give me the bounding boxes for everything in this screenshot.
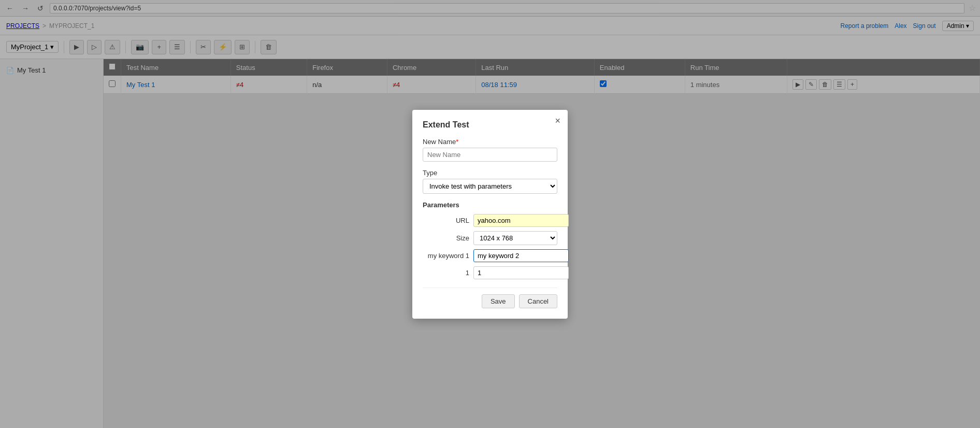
extend-test-modal: Extend Test × New Name* Type Invoke test…	[412, 110, 568, 319]
new-name-label: New Name*	[423, 138, 557, 146]
num-param-row: 1	[423, 266, 557, 279]
modal-close-button[interactable]: ×	[555, 116, 560, 125]
size-select[interactable]: 1024 x 768 1280 x 800 1920 x 1080	[473, 231, 557, 245]
modal-title: Extend Test	[423, 120, 557, 130]
type-group: Type Invoke test with parameters Clone t…	[423, 169, 557, 194]
save-button[interactable]: Save	[482, 294, 515, 308]
modal-footer: Save Cancel	[423, 288, 557, 308]
new-name-group: New Name*	[423, 138, 557, 162]
keyword-param-row: my keyword 1	[423, 249, 557, 262]
required-marker: *	[456, 138, 458, 146]
size-param-label: Size	[423, 234, 469, 242]
parameters-title: Parameters	[423, 201, 557, 209]
modal-overlay: Extend Test × New Name* Type Invoke test…	[0, 0, 980, 428]
url-param-row: URL	[423, 214, 557, 227]
url-input[interactable]	[473, 214, 569, 227]
type-select[interactable]: Invoke test with parameters Clone test	[423, 179, 557, 194]
num-input[interactable]	[473, 266, 569, 279]
parameters-section: Parameters URL Size 1024 x 768 1280 x 80…	[423, 201, 557, 279]
cancel-button[interactable]: Cancel	[519, 294, 557, 308]
url-param-label: URL	[423, 217, 469, 224]
new-name-input[interactable]	[423, 148, 557, 162]
keyword-input[interactable]	[473, 249, 569, 262]
num-param-label: 1	[423, 269, 469, 277]
keyword-param-label: my keyword 1	[423, 252, 469, 260]
type-label: Type	[423, 169, 557, 177]
size-param-row: Size 1024 x 768 1280 x 800 1920 x 1080	[423, 231, 557, 245]
